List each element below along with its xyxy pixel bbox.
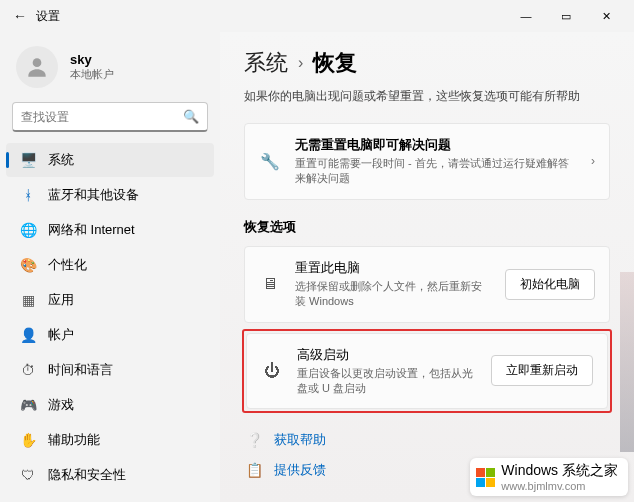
nav-label: 应用 xyxy=(48,291,74,309)
sidebar: sky 本地帐户 🔍 🖥️系统ᚼ蓝牙和其他设备🌐网络和 Internet🎨个性化… xyxy=(0,32,220,502)
nav-icon: 🖥️ xyxy=(20,152,36,168)
nav-label: 网络和 Internet xyxy=(48,221,135,239)
sidebar-item-2[interactable]: 🌐网络和 Internet xyxy=(6,213,214,247)
get-help-label: 获取帮助 xyxy=(274,431,326,449)
watermark-text: Windows 系统之家 xyxy=(501,462,618,480)
page-subtitle: 如果你的电脑出现问题或希望重置，这些恢复选项可能有所帮助 xyxy=(244,88,610,105)
avatar xyxy=(16,46,58,88)
nav-label: 辅助功能 xyxy=(48,431,100,449)
nav-label: 蓝牙和其他设备 xyxy=(48,186,139,204)
sidebar-item-7[interactable]: 🎮游戏 xyxy=(6,388,214,422)
nav-icon: ✋ xyxy=(20,432,36,448)
sidebar-item-10[interactable]: ⟳Windows 更新 xyxy=(6,493,214,502)
advanced-startup-row: ⏻ 高级启动 重启设备以更改启动设置，包括从光盘或 U 盘启动 立即重新启动 xyxy=(246,333,608,410)
window-title: 设置 xyxy=(36,8,60,25)
nav-label: 帐户 xyxy=(48,326,74,344)
troubleshoot-card[interactable]: 🔧 无需重置电脑即可解决问题 重置可能需要一段时间 - 首先，请尝试通过运行疑难… xyxy=(244,123,610,200)
power-icon: ⏻ xyxy=(261,362,283,380)
svg-point-0 xyxy=(33,58,42,67)
decoration xyxy=(620,272,634,452)
nav-label: 个性化 xyxy=(48,256,87,274)
nav-icon: 🎮 xyxy=(20,397,36,413)
sidebar-item-4[interactable]: ▦应用 xyxy=(6,283,214,317)
feedback-icon: 📋 xyxy=(246,462,264,478)
reset-pc-row: 🖥 重置此电脑 选择保留或删除个人文件，然后重新安装 Windows 初始化电脑 xyxy=(244,246,610,323)
user-name: sky xyxy=(70,52,114,67)
section-title: 恢复选项 xyxy=(244,218,610,236)
minimize-button[interactable]: — xyxy=(506,2,546,30)
user-block[interactable]: sky 本地帐户 xyxy=(0,40,220,102)
watermark-url: www.bjmlmv.com xyxy=(501,480,618,492)
nav-label: 游戏 xyxy=(48,396,74,414)
nav-icon: 🛡 xyxy=(20,467,36,483)
nav-icon: 👤 xyxy=(20,327,36,343)
nav-icon: 🎨 xyxy=(20,257,36,273)
sidebar-item-1[interactable]: ᚼ蓝牙和其他设备 xyxy=(6,178,214,212)
sidebar-item-9[interactable]: 🛡隐私和安全性 xyxy=(6,458,214,492)
chevron-right-icon: › xyxy=(591,154,595,168)
search-box[interactable]: 🔍 xyxy=(12,102,208,132)
nav-list: 🖥️系统ᚼ蓝牙和其他设备🌐网络和 Internet🎨个性化▦应用👤帐户⏱时间和语… xyxy=(0,142,220,502)
help-icon: ❔ xyxy=(246,432,264,448)
search-icon: 🔍 xyxy=(183,109,199,124)
back-button[interactable]: ← xyxy=(8,4,32,28)
windows-logo-icon xyxy=(476,468,495,487)
sidebar-item-0[interactable]: 🖥️系统 xyxy=(6,143,214,177)
advanced-startup-desc: 重启设备以更改启动设置，包括从光盘或 U 盘启动 xyxy=(297,366,477,397)
troubleshoot-desc: 重置可能需要一段时间 - 首先，请尝试通过运行疑难解答来解决问题 xyxy=(295,156,577,187)
nav-label: 时间和语言 xyxy=(48,361,113,379)
get-help-link[interactable]: ❔ 获取帮助 xyxy=(244,425,610,455)
reset-pc-button[interactable]: 初始化电脑 xyxy=(505,269,595,300)
feedback-label: 提供反馈 xyxy=(274,461,326,479)
breadcrumb-separator: › xyxy=(298,54,303,72)
main-content: 系统 › 恢复 如果你的电脑出现问题或希望重置，这些恢复选项可能有所帮助 🔧 无… xyxy=(220,32,634,502)
reset-pc-desc: 选择保留或删除个人文件，然后重新安装 Windows xyxy=(295,279,491,310)
sidebar-item-3[interactable]: 🎨个性化 xyxy=(6,248,214,282)
advanced-startup-title: 高级启动 xyxy=(297,346,477,364)
breadcrumb-parent[interactable]: 系统 xyxy=(244,48,288,78)
restart-now-button[interactable]: 立即重新启动 xyxy=(491,355,593,386)
maximize-button[interactable]: ▭ xyxy=(546,2,586,30)
nav-icon: ⏱ xyxy=(20,362,36,378)
sidebar-item-6[interactable]: ⏱时间和语言 xyxy=(6,353,214,387)
highlight-box: ⏻ 高级启动 重启设备以更改启动设置，包括从光盘或 U 盘启动 立即重新启动 xyxy=(242,329,612,414)
nav-label: 隐私和安全性 xyxy=(48,466,126,484)
nav-label: 系统 xyxy=(48,151,74,169)
sidebar-item-8[interactable]: ✋辅助功能 xyxy=(6,423,214,457)
close-button[interactable]: ✕ xyxy=(586,2,626,30)
nav-icon: ᚼ xyxy=(20,187,36,203)
nav-icon: ▦ xyxy=(20,292,36,308)
troubleshoot-title: 无需重置电脑即可解决问题 xyxy=(295,136,577,154)
search-input[interactable] xyxy=(21,110,183,124)
reset-icon: 🖥 xyxy=(259,275,281,293)
breadcrumb: 系统 › 恢复 xyxy=(244,48,610,78)
nav-icon: 🌐 xyxy=(20,222,36,238)
sidebar-item-5[interactable]: 👤帐户 xyxy=(6,318,214,352)
user-type: 本地帐户 xyxy=(70,67,114,82)
watermark: Windows 系统之家 www.bjmlmv.com xyxy=(470,458,628,496)
reset-pc-title: 重置此电脑 xyxy=(295,259,491,277)
breadcrumb-current: 恢复 xyxy=(313,48,357,78)
wrench-icon: 🔧 xyxy=(259,152,281,171)
